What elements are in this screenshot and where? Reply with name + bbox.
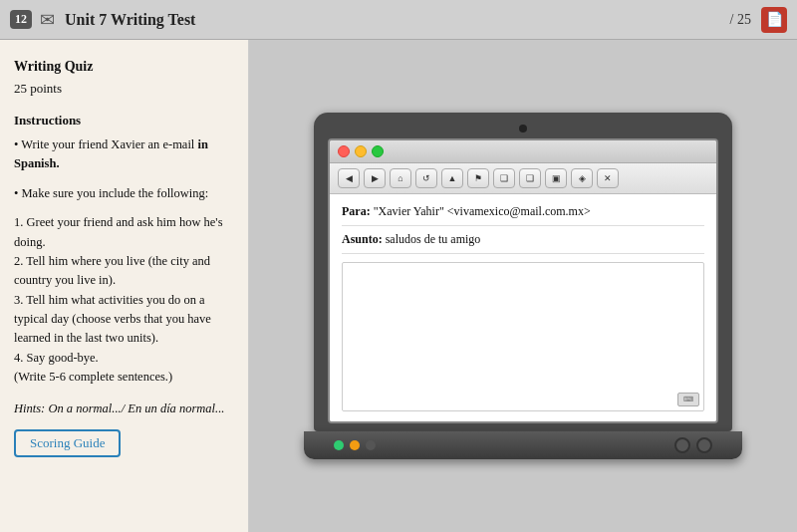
toolbar-btn-close[interactable]: ✕ (597, 168, 619, 188)
laptop: ◀ ▶ ⌂ ↺ ▲ ⚑ ❑ ❑ ▣ ◈ ✕ (304, 113, 742, 459)
quiz-points: 25 points (14, 79, 234, 99)
base-button-2[interactable] (696, 437, 712, 453)
email-compose-area: Para: "Xavier Yahir" <vivamexico@mail.co… (330, 194, 716, 421)
light-yellow (350, 440, 360, 450)
mac-window: ◀ ▶ ⌂ ↺ ▲ ⚑ ❑ ❑ ▣ ◈ ✕ (330, 140, 716, 421)
light-off (366, 440, 376, 450)
numbered-instructions: 1. Greet your friend and ask him how he'… (14, 213, 234, 387)
right-panel: ◀ ▶ ⌂ ↺ ▲ ⚑ ❑ ❑ ▣ ◈ ✕ (249, 40, 797, 532)
subject-label: Asunto: (342, 232, 383, 246)
subject-value: saludos de tu amigo (386, 232, 481, 246)
toolbar-btn-doc1[interactable]: ❑ (493, 168, 515, 188)
minimize-button[interactable] (355, 145, 367, 157)
hints-text: Hints: On a normal.../ En un día normal.… (14, 399, 234, 418)
to-label: Para: (342, 204, 371, 218)
to-value: "Xavier Yahir" <vivamexico@mail.com.mx> (374, 204, 591, 218)
instructions-heading: Instructions (14, 111, 234, 131)
laptop-screen: ◀ ▶ ⌂ ↺ ▲ ⚑ ❑ ❑ ▣ ◈ ✕ (328, 138, 718, 423)
page-number: / 25 (730, 12, 751, 28)
header: 12 ✉ Unit 7 Writing Test / 25 📄 (0, 0, 797, 40)
base-button-1[interactable] (674, 437, 690, 453)
mac-toolbar: ◀ ▶ ⌂ ↺ ▲ ⚑ ❑ ❑ ▣ ◈ ✕ (330, 163, 716, 194)
step-1: 1. Greet your friend and ask him how he'… (14, 213, 234, 252)
mac-window-buttons (338, 145, 384, 157)
bullet1-text: • Write your friend Xavier an e-mail in … (14, 137, 208, 170)
base-controls (674, 437, 712, 453)
keyboard-icon: ⌨ (677, 393, 699, 406)
email-to-line: Para: "Xavier Yahir" <vivamexico@mail.co… (342, 204, 704, 226)
toolbar-btn-back[interactable]: ◀ (338, 168, 360, 188)
status-lights (334, 440, 376, 450)
step-4-note: (Write 5-6 complete sentences.) (14, 368, 234, 387)
step-2: 2. Tell him where you live (the city and… (14, 252, 234, 291)
light-green (334, 440, 344, 450)
instruction-text-2: • Make sure you include the following: (14, 184, 234, 203)
mac-titlebar (330, 140, 716, 163)
quiz-title: Writing Quiz (14, 56, 234, 77)
laptop-screen-frame: ◀ ▶ ⌂ ↺ ▲ ⚑ ❑ ❑ ▣ ◈ ✕ (314, 113, 732, 431)
page-title: Unit 7 Writing Test (65, 11, 730, 29)
close-button[interactable] (338, 145, 350, 157)
bullet2-text: • Make sure you include the following: (14, 186, 208, 200)
toolbar-btn-doc2[interactable]: ❑ (519, 168, 541, 188)
toolbar-btn-flag[interactable]: ⚑ (467, 168, 489, 188)
maximize-button[interactable] (372, 145, 384, 157)
main-content: Writing Quiz 25 points Instructions • Wr… (0, 40, 797, 532)
email-subject-line: Asunto: saludos de tu amigo (342, 232, 704, 254)
document-icon[interactable]: 📄 (761, 7, 787, 33)
toolbar-btn-settings[interactable]: ◈ (571, 168, 593, 188)
toolbar-btn-fwd[interactable]: ▶ (364, 168, 386, 188)
toolbar-btn-grid[interactable]: ▣ (545, 168, 567, 188)
badge-number: 12 (10, 10, 32, 29)
mail-icon: ✉ (40, 9, 55, 31)
instruction-text: • Write your friend Xavier an e-mail in … (14, 135, 234, 174)
step-4: 4. Say good-bye. (14, 349, 234, 368)
laptop-base (304, 431, 742, 459)
toolbar-btn-up[interactable]: ▲ (441, 168, 463, 188)
toolbar-btn-refresh[interactable]: ↺ (415, 168, 437, 188)
email-body-area[interactable]: ⌨ (342, 262, 704, 411)
laptop-camera (519, 125, 527, 133)
toolbar-btn-home[interactable]: ⌂ (390, 168, 411, 188)
step-3: 3. Tell him what activities you do on a … (14, 291, 234, 349)
scoring-guide-button[interactable]: Scoring Guide (14, 429, 121, 457)
left-panel: Writing Quiz 25 points Instructions • Wr… (0, 40, 249, 532)
